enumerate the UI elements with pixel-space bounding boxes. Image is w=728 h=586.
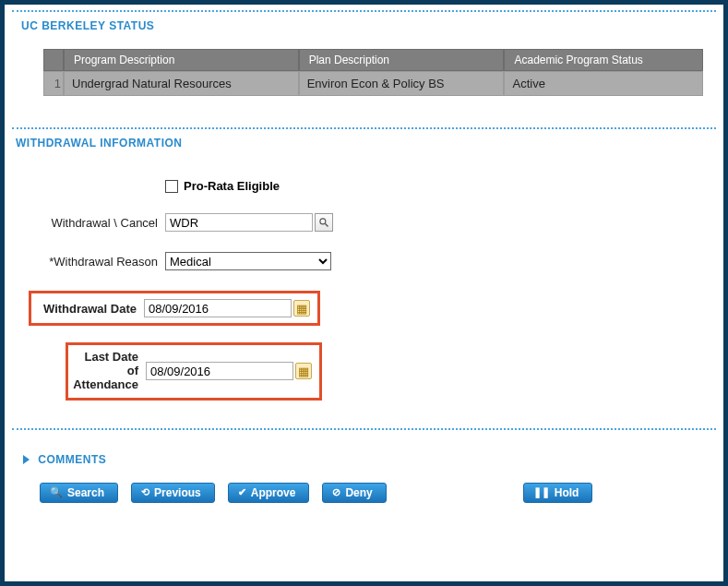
reason-label: *Withdrawal Reason [29,255,165,269]
previous-icon: ⟲ [141,487,149,497]
deny-icon: ⊘ [332,487,340,497]
action-button-bar: 🔍 Search ⟲ Previous ✔ Approve ⊘ Deny ❚❚ … [12,466,716,503]
withdrawal-cancel-row: Withdrawal \ Cancel [29,213,716,232]
withdrawal-date-input[interactable] [144,299,292,317]
section-divider-comments [12,428,716,430]
withdrawal-date-row: Withdrawal Date ▦ [29,291,716,326]
last-date-highlight: Last Date of Attendance ▦ [66,342,322,401]
prorata-checkbox[interactable] [165,180,178,193]
approve-button[interactable]: ✔ Approve [228,483,310,503]
col-header-program: Program Description [64,49,299,71]
withdrawal-date-highlight: Withdrawal Date ▦ [29,291,320,326]
section-divider-top [12,10,716,12]
approve-icon: ✔ [238,487,246,497]
prorata-row: Pro-Rata Eligible [29,179,716,193]
hold-icon: ❚❚ [533,487,550,497]
section-title-withdrawal: WITHDRAWAL INFORMATION [12,133,716,157]
col-header-aps: Academic Program Status [504,49,703,71]
status-table-wrap: Program Description Plan Description Aca… [12,40,716,127]
withdrawal-cancel-input[interactable] [165,213,313,232]
expand-icon[interactable] [23,455,30,464]
magnifier-icon [318,217,329,228]
withdrawal-reason-row: *Withdrawal Reason Medical [29,252,716,270]
withdrawal-reason-select[interactable]: Medical [165,252,331,270]
wc-label: Withdrawal \ Cancel [29,216,165,230]
svg-line-1 [326,224,328,227]
search-button[interactable]: 🔍 Search [40,483,118,503]
table-row: 1 Undergrad Natural Resources Environ Ec… [43,71,703,96]
col-header-plan: Plan Description [299,49,505,71]
hold-button[interactable]: ❚❚ Hold [523,483,593,503]
svg-point-0 [320,219,326,224]
prorata-label: Pro-Rata Eligible [184,179,280,193]
lookup-icon[interactable] [315,213,333,232]
calendar-icon[interactable]: ▦ [295,363,312,379]
section-divider-mid [12,127,716,129]
deny-button[interactable]: ⊘ Deny [322,483,386,503]
status-table: Program Description Plan Description Aca… [43,49,703,96]
cell-program: Undergrad Natural Resources [64,71,299,96]
row-number: 1 [43,71,64,96]
cell-aps: Active [504,71,703,96]
search-icon: 🔍 [50,487,63,497]
last-date-attendance-row: Last Date of Attendance ▦ [29,342,716,401]
section-title-status: UC BERKELEY STATUS [12,16,716,40]
previous-button[interactable]: ⟲ Previous [131,483,215,503]
lda-label: Last Date of Attendance [72,351,146,392]
calendar-icon[interactable]: ▦ [293,300,310,317]
cell-plan: Environ Econ & Policy BS [299,71,505,96]
section-title-comments: COMMENTS [38,453,106,466]
wdate-label: Withdrawal Date [35,302,144,316]
last-date-attendance-input[interactable] [146,362,293,380]
